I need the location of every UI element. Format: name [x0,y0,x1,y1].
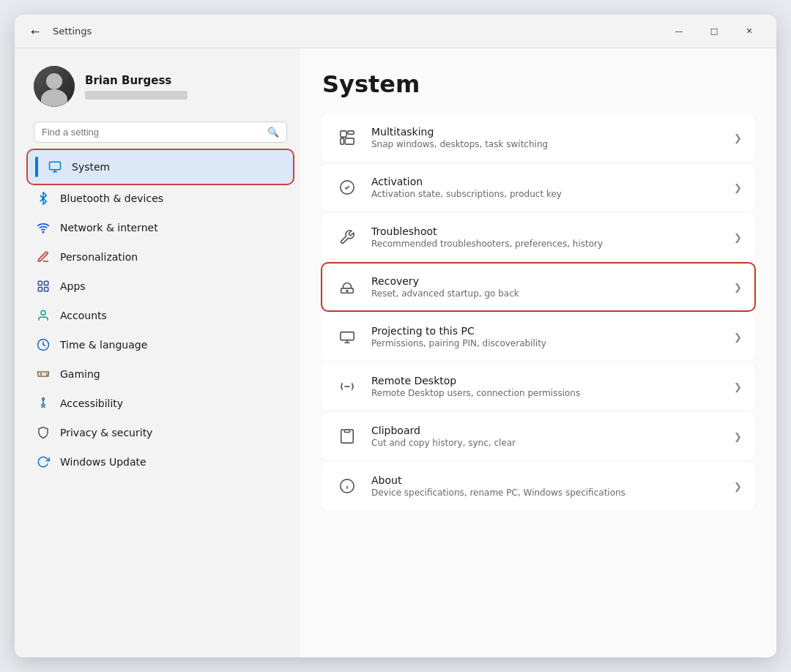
sidebar-item-gaming[interactable]: Gaming [28,359,293,389]
projecting-desc: Permissions, pairing PIN, discoverabilit… [371,338,722,348]
settings-window: ← Settings — □ ✕ Brian Burgess [15,15,776,657]
troubleshoot-title: Troubleshoot [371,225,722,237]
about-desc: Device specifications, rename PC, Window… [371,488,722,498]
activation-title: Activation [371,176,722,187]
settings-item-multitasking[interactable]: MultitaskingSnap windows, desktops, task… [322,114,754,161]
page-title: System [322,70,754,98]
sidebar-item-label-accessibility: Accessibility [60,397,123,409]
multitasking-desc: Snap windows, desktops, task switching [371,139,722,149]
sidebar-item-label-apps: Apps [60,280,86,292]
projecting-text: Projecting to this PCPermissions, pairin… [371,325,722,348]
avatar [34,66,75,107]
window-title: Settings [53,26,92,37]
remote-desktop-icon [335,374,360,399]
about-text: AboutDevice specifications, rename PC, W… [371,474,722,498]
remote-desktop-text: Remote DesktopRemote Desktop users, conn… [371,375,722,398]
main-panel: System MultitaskingSnap windows, desktop… [300,48,776,657]
time-icon [35,337,51,353]
sidebar-item-accounts[interactable]: Accounts [28,301,293,330]
sidebar-item-update[interactable]: Windows Update [28,447,293,477]
sidebar: Brian Burgess 🔍 SystemBluetooth & device… [15,48,300,657]
activation-desc: Activation state, subscriptions, product… [371,189,722,199]
about-title: About [371,474,722,486]
svg-rect-3 [45,281,48,285]
window-controls: — □ ✕ [662,20,766,43]
svg-rect-18 [341,332,354,340]
sidebar-item-accessibility[interactable]: Accessibility [28,389,293,418]
bluetooth-icon [35,190,51,206]
search-box[interactable]: 🔍 [34,122,287,143]
clipboard-icon [335,424,360,449]
settings-item-projecting[interactable]: Projecting to this PCPermissions, pairin… [322,313,754,360]
svg-rect-14 [345,138,354,144]
user-profile: Brian Burgess [28,59,293,119]
settings-list: MultitaskingSnap windows, desktops, task… [322,114,754,509]
sidebar-item-bluetooth[interactable]: Bluetooth & devices [28,184,293,213]
troubleshoot-desc: Recommended troubleshooters, preferences… [371,239,722,249]
clipboard-desc: Cut and copy history, sync, clear [371,438,722,448]
user-email-bar [85,91,187,100]
troubleshoot-icon [335,225,360,250]
multitasking-title: Multitasking [371,126,722,138]
multitasking-text: MultitaskingSnap windows, desktops, task… [371,126,722,149]
recovery-icon [335,275,360,299]
sidebar-item-network[interactable]: Network & internet [28,213,293,242]
maximize-button[interactable]: □ [697,20,731,43]
svg-rect-20 [344,430,349,433]
titlebar: ← Settings — □ ✕ [15,15,776,48]
chevron-icon: ❯ [734,381,742,392]
search-input[interactable] [42,127,261,138]
troubleshoot-text: TroubleshootRecommended troubleshooters,… [371,225,722,249]
gaming-icon [35,366,51,382]
sidebar-item-label-time: Time & language [60,339,147,351]
settings-item-activation[interactable]: ActivationActivation state, subscription… [322,164,754,211]
minimize-button[interactable]: — [662,20,696,43]
settings-item-about[interactable]: AboutDevice specifications, rename PC, W… [322,463,754,509]
sidebar-item-label-privacy: Privacy & security [60,427,152,438]
sidebar-item-label-personalization: Personalization [60,251,138,263]
svg-rect-2 [38,281,42,285]
sidebar-item-system[interactable]: System [28,150,293,184]
back-button[interactable]: ← [25,21,45,42]
nav-list: SystemBluetooth & devicesNetwork & inter… [28,150,293,477]
projecting-title: Projecting to this PC [371,325,722,337]
svg-rect-13 [341,138,344,144]
settings-item-remote-desktop[interactable]: Remote DesktopRemote Desktop users, conn… [322,363,754,410]
svg-rect-0 [50,162,61,170]
sidebar-item-privacy[interactable]: Privacy & security [28,418,293,447]
recovery-text: RecoveryReset, advanced startup, go back [371,275,722,299]
svg-rect-5 [45,288,48,291]
clipboard-text: ClipboardCut and copy history, sync, cle… [371,425,722,448]
activation-icon [335,175,360,200]
settings-item-recovery[interactable]: RecoveryReset, advanced startup, go back… [322,264,754,310]
sidebar-item-label-network: Network & internet [60,222,158,234]
chevron-icon: ❯ [734,182,742,193]
clipboard-title: Clipboard [371,425,722,436]
sidebar-item-time[interactable]: Time & language [28,330,293,359]
sidebar-item-label-gaming: Gaming [60,368,100,380]
svg-point-9 [47,375,48,376]
svg-point-1 [42,231,44,233]
chevron-icon: ❯ [734,132,742,143]
personalization-icon [35,249,51,265]
settings-item-troubleshoot[interactable]: TroubleshootRecommended troubleshooters,… [322,214,754,261]
privacy-icon [35,425,51,441]
sidebar-item-label-accounts: Accounts [60,310,107,321]
chevron-icon: ❯ [734,431,742,442]
accounts-icon [35,307,51,324]
svg-rect-4 [38,288,42,291]
sidebar-item-label-update: Windows Update [60,456,146,468]
sidebar-item-label-system: System [72,161,110,173]
chevron-icon: ❯ [734,332,742,343]
svg-rect-12 [348,131,354,135]
user-name: Brian Burgess [85,74,287,87]
chevron-icon: ❯ [734,282,742,293]
svg-rect-11 [341,131,346,137]
chevron-icon: ❯ [734,232,742,243]
close-button[interactable]: ✕ [732,20,766,43]
remote-desktop-desc: Remote Desktop users, connection permiss… [371,388,722,398]
settings-item-clipboard[interactable]: ClipboardCut and copy history, sync, cle… [322,413,754,460]
sidebar-item-apps[interactable]: Apps [28,272,293,301]
search-icon: 🔍 [267,127,279,138]
sidebar-item-personalization[interactable]: Personalization [28,242,293,272]
